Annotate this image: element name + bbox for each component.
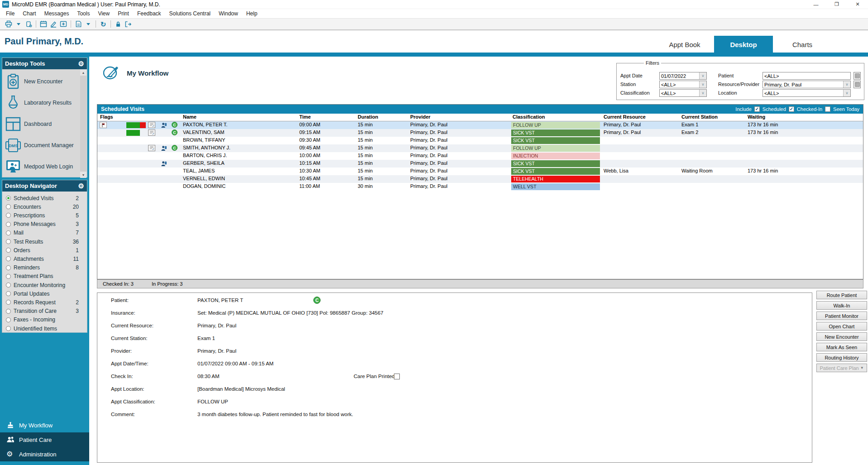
new-encounter-icon[interactable] (58, 19, 68, 29)
visit-row[interactable]: TEAL, JAMES10:30 AM15 minPrimary, Dr. Pa… (97, 168, 863, 175)
note-button[interactable] (148, 129, 155, 136)
menu-solutions-central[interactable]: Solutions Central (165, 10, 215, 18)
sidebar-item-medpod-web-login[interactable]: Medpod Web Login (2, 156, 79, 177)
radio-button[interactable] (6, 239, 11, 244)
tab-appt-book[interactable]: Appt Book (655, 36, 714, 53)
menu-print[interactable]: Print (114, 10, 133, 18)
navigator-item-portal-updates[interactable]: Portal Updates (2, 289, 87, 298)
radio-button[interactable] (6, 256, 11, 261)
bottom-nav-my-workflow[interactable]: My Workflow (0, 418, 89, 432)
route-patient-button[interactable]: Route Patient (816, 291, 867, 299)
filter-classification-input[interactable]: <ALL>∨ (659, 89, 707, 97)
sidebar-item-dashboard[interactable]: Dashboard (2, 114, 79, 134)
radio-button[interactable] (6, 326, 11, 331)
lock-icon[interactable] (113, 19, 123, 29)
bottom-nav-patient-care[interactable]: Patient Care (0, 432, 89, 447)
column-header-time[interactable]: Time (299, 114, 311, 120)
visit-row[interactable]: CVALENTINO, SAM09:15 AM15 minPrimary, Dr… (97, 129, 863, 137)
radio-button[interactable] (6, 230, 11, 235)
appt-book-icon[interactable] (38, 19, 48, 29)
navigator-item-attachments[interactable]: Attachments11 (2, 254, 87, 263)
filter-resource-provider-input[interactable]: Primary, Dr. Paul∨ (762, 81, 851, 88)
column-header-provider[interactable]: Provider (410, 114, 431, 120)
radio-button[interactable] (6, 300, 11, 305)
navigator-item-test-results[interactable]: Test Results36 (2, 237, 87, 246)
logout-icon[interactable] (123, 19, 133, 29)
column-header-duration[interactable]: Duration (358, 114, 378, 120)
patient-monitor-button[interactable]: Patient Monitor (816, 312, 867, 320)
radio-button[interactable] (6, 204, 11, 209)
column-header-name[interactable]: Name (183, 114, 197, 120)
menu-chart[interactable]: Chart (19, 10, 40, 18)
filter-location-input[interactable]: <ALL>∨ (762, 89, 851, 97)
open-chart-button[interactable]: Open Chart (816, 322, 867, 331)
scroll-down-icon[interactable]: ▼ (80, 172, 86, 178)
menu-view[interactable]: View (94, 10, 114, 18)
tab-charts[interactable]: Charts (773, 36, 832, 53)
radio-button[interactable] (6, 213, 11, 218)
open-chart-icon[interactable] (24, 19, 34, 29)
navigator-item-records-request[interactable]: Records Request2 (2, 298, 87, 307)
visit-row[interactable]: CSMITH, ANTHONY J.09:45 AM15 minPrimary,… (97, 144, 863, 152)
column-header-flags[interactable]: Flags (100, 114, 113, 120)
chevron-down-icon[interactable]: ∨ (699, 81, 706, 88)
note-button[interactable] (148, 122, 155, 128)
menu-tools[interactable]: Tools (73, 10, 94, 18)
chevron-down-icon[interactable]: ∨ (843, 90, 850, 96)
navigator-item-orders[interactable]: Orders1 (2, 246, 87, 254)
gear-icon[interactable]: ⚙ (78, 182, 84, 190)
sidebar-item-document-manager[interactable]: DMSDocument Manager (2, 135, 79, 156)
radio-button[interactable] (6, 196, 11, 201)
navigator-item-unidentified-items[interactable]: Unidentified Items (2, 324, 87, 333)
routing-history-button[interactable]: Routing History (816, 353, 867, 362)
navigator-item-faxes-incoming[interactable]: Faxes - Incoming (2, 316, 87, 324)
menu-feedback[interactable]: Feedback (133, 10, 165, 18)
note-button[interactable] (148, 145, 155, 151)
navigator-item-treatment-plans[interactable]: Treatment Plans (2, 272, 87, 281)
visit-row[interactable]: GERBER, SHEILA10:15 AM15 minPrimary, Dr.… (97, 160, 863, 168)
report-icon[interactable] (73, 19, 83, 29)
checkbox-checked-in[interactable]: ✓ (789, 106, 794, 112)
print-icon[interactable] (4, 19, 14, 29)
checkbox-scheduled[interactable]: ✓ (754, 106, 760, 112)
visit-row[interactable]: VERNELL, EDWIN10:45 AM15 minPrimary, Dr.… (97, 175, 863, 183)
minimize-button[interactable]: — (806, 0, 826, 9)
bottom-nav-administration[interactable]: ⚙Administration (0, 447, 89, 461)
new-encounter-button[interactable]: New Encounter (816, 332, 867, 341)
refresh-icon[interactable]: ↻ (98, 19, 108, 29)
navigator-item-phone-messages[interactable]: Phone Messages3 (2, 220, 87, 229)
chevron-down-icon[interactable]: ∨ (699, 72, 706, 79)
radio-button[interactable] (6, 317, 11, 322)
close-button[interactable]: ✕ (847, 0, 868, 9)
filter-appt-date-input[interactable]: 01/07/2022∨ (659, 72, 707, 80)
visit-row[interactable]: DOGAN, DOMINIC11:00 AM30 minPrimary, Dr.… (97, 183, 863, 191)
menu-help[interactable]: Help (242, 10, 262, 18)
maximize-button[interactable]: ❐ (826, 0, 847, 9)
navigator-item-reminders[interactable]: Reminders8 (2, 264, 87, 272)
column-header-waiting[interactable]: Waiting (748, 114, 765, 120)
navigator-item-prescriptions[interactable]: Prescriptions5 (2, 211, 87, 220)
radio-button[interactable] (6, 283, 11, 288)
print-dropdown-icon[interactable] (14, 19, 24, 29)
filter-patient-input[interactable]: <ALL> (762, 72, 851, 80)
report-dropdown-icon[interactable] (83, 19, 93, 29)
column-header-current-resource[interactable]: Current Resource (604, 114, 646, 120)
gear-icon[interactable]: ⚙ (78, 60, 84, 68)
menu-file[interactable]: File (2, 10, 19, 18)
visit-row[interactable]: CPAXTON, PETER T.09:00 AM15 minPrimary, … (97, 121, 863, 129)
navigator-item-encounter-monitoring[interactable]: Encounter Monitoring (2, 281, 87, 289)
walk-in-button[interactable]: Walk-In (816, 301, 867, 310)
navigator-item-encounters[interactable]: Encounters20 (2, 202, 87, 211)
navigator-item-mail[interactable]: Mail7 (2, 229, 87, 237)
menu-window[interactable]: Window (215, 10, 242, 18)
radio-button[interactable] (6, 291, 11, 296)
radio-button[interactable] (6, 248, 11, 253)
radio-button[interactable] (6, 222, 11, 227)
navigator-item-scheduled-visits[interactable]: Scheduled Visits2 (2, 194, 87, 202)
chevron-down-icon[interactable]: ∨ (699, 90, 706, 96)
tab-desktop[interactable]: Desktop (714, 36, 773, 53)
visit-row[interactable]: BROWN, TIFFANY09:30 AM15 minPrimary, Dr.… (97, 137, 863, 144)
radio-button[interactable] (6, 274, 11, 279)
checkbox-seen-today[interactable] (825, 106, 830, 112)
sidebar-item-new-encounter[interactable]: New Encounter (2, 71, 79, 92)
